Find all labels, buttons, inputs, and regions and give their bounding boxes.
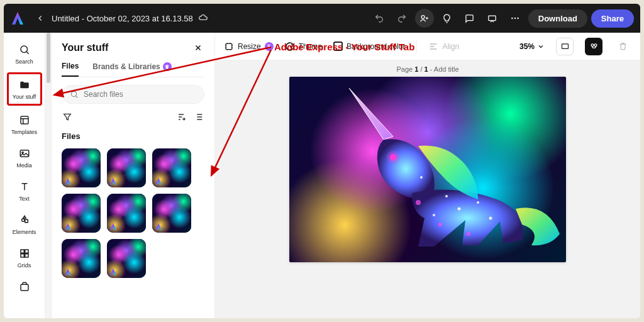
svg-point-24 [477, 201, 479, 204]
elements-icon [18, 213, 31, 227]
adobe-badge-icon [109, 177, 118, 186]
svg-point-8 [21, 152, 23, 153]
tool-label: Align [442, 42, 459, 51]
divider [416, 40, 417, 53]
adobe-badge-icon [64, 267, 72, 276]
premium-crown-icon: ♛ [163, 62, 172, 71]
search-icon [70, 90, 79, 99]
sort-button[interactable] [175, 111, 187, 123]
document-title[interactable]: Untitled - October 02, 2023 at 16.13.58 [52, 14, 193, 23]
panel-title: Your stuff [62, 42, 108, 53]
svg-rect-6 [21, 116, 28, 124]
svg-rect-13 [21, 284, 28, 291]
list-view-button[interactable] [193, 111, 204, 123]
cloud-sync-icon[interactable] [198, 13, 208, 25]
svg-point-21 [387, 151, 399, 164]
canvas-body[interactable]: Page 1 / 1 - Add title [215, 60, 640, 318]
svg-rect-17 [562, 44, 568, 49]
present-button[interactable] [483, 9, 502, 28]
grids-icon [18, 247, 31, 260]
align-tool: Align [428, 42, 459, 52]
left-nav: Search Your stuff Templates Media Text E… [4, 33, 45, 318]
file-thumbnail[interactable] [152, 194, 191, 233]
comment-button[interactable] [460, 9, 479, 28]
filter-button[interactable] [62, 111, 73, 123]
panel-scrollbar[interactable] [45, 33, 52, 318]
nav-label: Elements [13, 229, 36, 235]
svg-point-19 [594, 44, 597, 47]
file-thumbnail[interactable] [107, 148, 146, 187]
invite-button[interactable] [415, 9, 434, 28]
your-stuff-panel: Your stuff Files Brands & Libraries ♛ [52, 33, 215, 318]
adobe-badge-icon [64, 177, 72, 186]
canvas-image[interactable] [289, 77, 566, 262]
nav-grids[interactable]: Grids [7, 243, 42, 272]
nav-templates[interactable]: Templates [7, 109, 42, 139]
scroll-thumb[interactable] [47, 33, 50, 83]
download-button[interactable]: Download [528, 9, 587, 28]
tab-label: Brands & Libraries [92, 62, 160, 71]
align-icon [428, 42, 438, 52]
resize-tool[interactable]: Resize ♛ [224, 42, 274, 52]
more-button[interactable] [506, 9, 525, 28]
back-button[interactable] [33, 11, 48, 26]
nav-search[interactable]: Search [7, 39, 42, 69]
undo-button[interactable] [370, 9, 389, 28]
file-thumbnail[interactable] [107, 239, 146, 278]
file-thumbnail[interactable] [62, 239, 101, 278]
templates-icon [18, 113, 31, 127]
nav-label: Text [19, 196, 30, 202]
nav-elements[interactable]: Elements [7, 209, 42, 239]
redo-button[interactable] [392, 9, 411, 28]
close-panel-button[interactable] [192, 42, 204, 54]
canvas-toolbar: Resize ♛ Theme Background color Align [215, 33, 640, 60]
resize-icon [224, 42, 234, 52]
delete-button[interactable] [614, 38, 631, 55]
bgcolor-tool[interactable]: Background color [333, 42, 405, 51]
tab-files[interactable]: Files [62, 62, 79, 77]
nav-label: Grids [18, 262, 31, 269]
tool-label: Background color [347, 42, 405, 51]
svg-point-5 [21, 46, 28, 53]
svg-point-23 [458, 208, 461, 211]
search-input[interactable] [84, 90, 196, 99]
nav-addons[interactable] [7, 276, 42, 297]
nav-text[interactable]: Text [7, 176, 42, 206]
canvas-area: Resize ♛ Theme Background color Align [215, 33, 640, 318]
tab-brands-libraries[interactable]: Brands & Libraries ♛ [92, 62, 171, 77]
file-thumbnail[interactable] [62, 194, 101, 233]
file-thumbnail[interactable] [62, 148, 101, 187]
view-mode-button[interactable] [556, 38, 574, 55]
nav-label: Templates [11, 129, 37, 135]
adobe-badge-icon [109, 267, 118, 276]
svg-rect-10 [25, 250, 28, 253]
premium-crown-icon: ♛ [265, 42, 274, 51]
theme-icon [285, 42, 295, 52]
svg-point-25 [433, 214, 435, 216]
adobe-badge-icon [109, 222, 118, 231]
zoom-dropdown[interactable]: 35% [519, 42, 545, 51]
svg-point-4 [517, 18, 518, 19]
svg-point-22 [445, 195, 448, 197]
adobe-badge-icon [154, 177, 163, 186]
search-files-box[interactable] [62, 85, 204, 104]
chevron-down-icon [537, 43, 545, 50]
svg-point-28 [416, 200, 421, 205]
theme-tool[interactable]: Theme [285, 42, 322, 52]
file-thumbnail[interactable] [152, 148, 191, 187]
layers-button[interactable] [585, 38, 602, 55]
svg-rect-7 [20, 150, 29, 157]
nav-your-stuff[interactable]: Your stuff [7, 72, 42, 106]
page-indicator[interactable]: Page 1 / 1 - Add title [396, 65, 458, 73]
file-thumbnail[interactable] [107, 194, 146, 233]
files-grid [62, 148, 204, 278]
panel-tabs: Files Brands & Libraries ♛ [62, 62, 204, 77]
bulb-button[interactable] [438, 9, 457, 28]
nav-media[interactable]: Media [7, 143, 42, 172]
share-button[interactable]: Share [591, 9, 634, 28]
svg-point-30 [467, 232, 470, 236]
media-icon [18, 147, 31, 160]
svg-rect-9 [21, 250, 24, 253]
adobe-badge-icon [64, 222, 72, 231]
folder-icon [18, 78, 31, 92]
